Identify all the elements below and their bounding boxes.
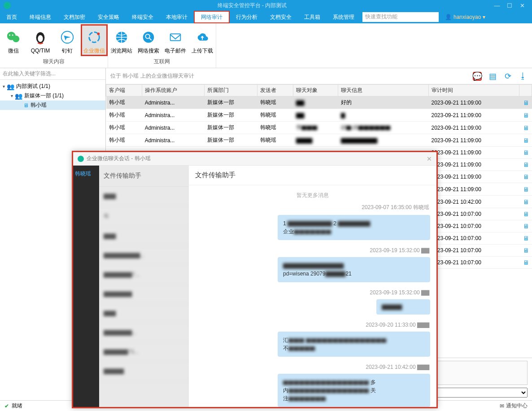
menu-1[interactable]: 终端信息 <box>23 11 57 23</box>
menu-3[interactable]: 安全策略 <box>92 11 126 23</box>
col-header[interactable]: 审计时间 <box>428 85 519 96</box>
menu-10[interactable]: 系统管理 <box>327 11 361 23</box>
conv-item[interactable]: ▇▇▇▇▇▇▇ <box>99 284 189 304</box>
close-button[interactable]: ✕ <box>516 2 528 9</box>
monitor-icon[interactable]: 🖥 <box>523 99 529 106</box>
table-row[interactable]: 韩小瑶Administra...新媒体一部韩晓瑶▇▇好的2023-09-21 1… <box>106 96 532 109</box>
toolbtn-wechat[interactable]: 微信 <box>0 26 27 55</box>
quick-search-input[interactable]: 快速查找功能 <box>362 12 439 22</box>
conv-item[interactable]: ▇▇▇▇▇▇▇7... <box>99 265 189 284</box>
conv-item[interactable]: 文件传输助手 <box>99 166 189 187</box>
cell: 韩小瑶 <box>106 134 142 147</box>
conv-item[interactable]: ▇▇▇▇▇▇73... <box>99 342 189 362</box>
menu-0[interactable]: 首页 <box>0 11 23 23</box>
monitor-icon[interactable]: 🖥 <box>523 173 529 180</box>
menu-2[interactable]: 文档加密 <box>57 11 92 23</box>
chat-view-icon[interactable]: 💬 <box>473 72 482 81</box>
toolbtn-dingtalk[interactable]: 钉钉 <box>54 26 81 55</box>
breadcrumb-text: 位于 韩小瑶 上的企业微信聊天审计 <box>110 72 194 80</box>
toolbtn-globe[interactable]: 浏览网站 <box>108 26 135 55</box>
tree-filter-input[interactable]: 在此输入关键字筛选... <box>0 68 105 80</box>
menu-9[interactable]: 工具箱 <box>298 11 327 23</box>
monitor-icon[interactable]: 🖥 <box>523 247 529 254</box>
monitor-icon[interactable]: 🖥 <box>523 149 529 156</box>
toolbtn-label: 电子邮件 <box>162 47 189 55</box>
conv-item[interactable]: ▇▇▇▇▇▇▇▇▇... <box>99 246 189 265</box>
chat-conversation-list[interactable]: 文件传输助手▇▇▇有▇▇▇▇▇▇▇▇▇▇▇▇...▇▇▇▇▇▇▇7...▇▇▇▇… <box>99 166 189 407</box>
col-header[interactable]: 聊天对象 <box>293 85 338 96</box>
chat-messages[interactable]: 暂无更多消息2023-09-07 16:35:00 韩晓瑶1 ▇▇▇▇▇▇▇▇▇… <box>189 185 436 407</box>
toolbtn-qq[interactable]: QQ/TIM <box>27 26 54 54</box>
tree-node-user[interactable]: 🖥 韩小瑶 <box>0 101 105 110</box>
cell: 2023-09-21 11:09:00 <box>428 147 519 159</box>
conv-item[interactable]: ▇▇▇ <box>99 304 189 323</box>
menu-7[interactable]: 行为分析 <box>230 11 264 23</box>
monitor-icon[interactable]: 🖥 <box>523 124 529 131</box>
col-header[interactable]: 所属部门 <box>205 85 257 96</box>
monitor-icon[interactable]: 🖥 <box>523 235 529 242</box>
col-header[interactable]: 操作系统账户 <box>142 85 205 96</box>
msg-bubble[interactable]: ▇▇▇▇▇ <box>376 299 430 315</box>
svg-point-2 <box>9 34 10 35</box>
maximize-button[interactable]: ☐ <box>503 2 516 9</box>
menu-8[interactable]: 文档安全 <box>264 11 298 23</box>
monitor-icon[interactable]: 🖥 <box>523 161 529 168</box>
menu-5[interactable]: 本地审计 <box>160 11 194 23</box>
cell: 韩晓瑶 <box>257 134 293 147</box>
chat-dialog: 企业微信聊天会话 - 韩小瑶 ✕ 韩晓瑶 文件传输助手▇▇▇有▇▇▇▇▇▇▇▇▇… <box>72 151 438 408</box>
conv-item[interactable]: 有 <box>99 206 189 227</box>
tree-node-root[interactable]: ▾ 👥 内部测试 (1/1) <box>0 82 105 91</box>
titlebar: 终端安全管控平台 - 内部测试 — ☐ ✕ <box>0 0 532 11</box>
menubar: 首页终端信息文档加密安全策略终端安全本地审计网络审计行为分析文档安全工具箱系统管… <box>0 11 532 23</box>
menu-6[interactable]: 网络审计 <box>194 11 230 23</box>
tree-node-dept[interactable]: ▾ 👥 新媒体一部 (1/1) <box>0 91 105 101</box>
svg-point-1 <box>13 35 19 42</box>
cell: 韩晓瑶 <box>257 96 293 109</box>
monitor-icon[interactable]: 🖥 <box>523 186 529 193</box>
table-row[interactable]: 韩小瑶Administra...新媒体一部韩晓瑶▇▇▇▇▇▇▇▇▇▇▇▇▇202… <box>106 134 532 147</box>
msg-bubble[interactable]: 1 ▇▇▇▇▇▇▇▇▇▇▇ 2 ▇▇▇▇▇▇▇▇ 企业▇▇▇▇▇▇▇ <box>278 215 430 240</box>
msg-bubble[interactable]: 汇▇▇▇ ▇▇▇▇▇▇▇▇▇▇▇▇▇▇▇不▇▇▇▇▇ <box>278 332 430 357</box>
monitor-icon[interactable]: 🖥 <box>523 210 529 218</box>
refresh-icon[interactable]: ⟳ <box>503 72 512 81</box>
monitor-icon[interactable]: 🖥 <box>523 198 529 206</box>
cell: 2023-09-21 10:07:00 <box>428 220 519 232</box>
group-label: 聊天内容 <box>0 57 108 68</box>
close-icon[interactable]: ✕ <box>427 155 432 162</box>
tree-root-label: 内部测试 (1/1) <box>16 83 50 90</box>
toolbtn-workwx[interactable]: 企业微信 <box>81 24 108 56</box>
dingtalk-icon <box>59 29 75 45</box>
conv-item[interactable]: ▇▇▇ <box>99 187 189 206</box>
cell: 2023-09-21 11:09:00 <box>428 183 519 196</box>
cell: 韩小瑶 <box>106 122 142 134</box>
monitor-icon[interactable]: 🖥 <box>523 112 529 119</box>
user-menu[interactable]: 👤hanxiaoyao▾ <box>440 11 490 23</box>
col-header[interactable]: 发送者 <box>257 85 293 96</box>
table-row[interactable]: 韩小瑶Administra...新媒体一部韩晓瑶李▇▇▇好▇ 的▇▇▇▇▇▇20… <box>106 122 532 134</box>
list-view-icon[interactable]: ▤ <box>488 72 497 81</box>
cell: 新媒体一部 <box>205 134 257 147</box>
menu-4[interactable]: 终端安全 <box>126 11 160 23</box>
table-row[interactable]: 韩小瑶Administra...新媒体一部韩晓瑶▇▇▇2023-09-21 11… <box>106 109 532 122</box>
cell: 新媒体一部 <box>205 109 257 122</box>
chat-main-header: 文件传输助手 <box>189 166 436 185</box>
minimize-button[interactable]: — <box>491 2 503 9</box>
toolbtn-mail[interactable]: 电子邮件 <box>162 26 189 55</box>
col-header[interactable]: 聊天信息 <box>338 85 429 96</box>
monitor-icon[interactable]: 🖥 <box>523 137 529 144</box>
toolbtn-search[interactable]: 网络搜索 <box>135 26 162 55</box>
conv-item[interactable]: ▇▇▇▇▇▇▇... <box>99 323 189 342</box>
cell: 韩晓瑶 <box>257 122 293 134</box>
conv-item[interactable]: ▇▇▇▇▇ <box>99 362 189 381</box>
download-icon[interactable]: ⭳ <box>519 72 528 81</box>
toolbtn-cloud[interactable]: 上传下载 <box>189 26 216 55</box>
monitor-icon[interactable]: 🖥 <box>523 223 529 230</box>
notification-center-button[interactable]: ✉ 通知中心 <box>500 402 528 410</box>
chat-dialog-header[interactable]: 企业微信聊天会话 - 韩小瑶 ✕ <box>73 152 436 166</box>
monitor-icon[interactable]: 🖥 <box>523 259 529 266</box>
col-header[interactable]: 客户端 <box>106 85 142 96</box>
conv-item[interactable]: ▇▇▇ <box>99 227 189 246</box>
msg-bubble[interactable]: ▇▇▇▇▇▇▇▇▇▇▇▇▇▇▇▇ 多内▇▇▇▇▇▇▇▇▇▇▇▇▇▇▇ 关注▇▇▇… <box>278 374 430 407</box>
msg-bubble[interactable]: ▇▇▇▇▇▇▇▇▇▇▇▇▇▇▇pd=wisena 29079▇▇▇▇▇21 <box>278 257 430 282</box>
chat-user-tab[interactable]: 韩晓瑶 <box>75 170 97 178</box>
